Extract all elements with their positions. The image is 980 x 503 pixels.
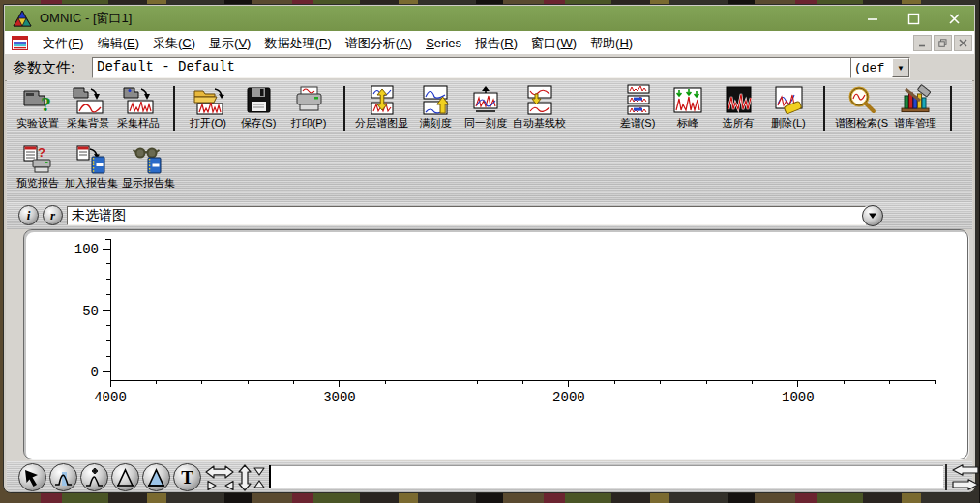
close-icon [948,13,961,25]
menu-6[interactable]: 谱图分析(A) [339,34,419,52]
common-scale-label: 同一刻度 [464,116,507,131]
child-minimize-button[interactable] [913,35,932,51]
folder-open-icon [192,84,224,115]
selection-tool-icon [21,466,44,488]
selection-tool-button[interactable] [18,463,46,491]
spectrum-info-button[interactable]: i [18,205,39,225]
stack-spectra-button[interactable]: 分层谱图显 [355,84,408,131]
combo-dropdown-button[interactable]: ▼ [892,58,909,77]
open-label: 打开(O) [190,116,226,131]
show-report-set-button[interactable]: 显示报告集 [122,144,175,191]
menu-5[interactable]: 数据处理(P) [257,34,338,52]
baseline-icon [523,84,556,115]
select-all-label: 选所有 [723,116,755,131]
menu-9[interactable]: 窗口(W) [524,34,583,52]
minimize-button[interactable] [852,7,893,30]
bench-question-icon: ? [21,84,54,115]
parameter-file-label: 参数文件: [13,59,74,77]
peak-area-tool-button[interactable] [142,463,170,491]
print-button[interactable]: 打印(P) [285,84,332,131]
spectral-search-button[interactable]: 谱图检索(S [835,84,888,131]
subtract-spectra-button[interactable]: 差谱(S) [614,84,661,131]
spectrum-dropdown-button[interactable] [862,205,883,226]
show-report-set-label: 显示报告集 [122,176,175,191]
axis-scroll-controls[interactable] [204,464,268,491]
report-preview-icon: ? [21,144,54,175]
region-tool-button[interactable] [49,463,77,491]
save-button[interactable]: 保存(S) [235,84,282,131]
annotation-text-input[interactable] [269,465,943,488]
auto-baseline-correct-button[interactable]: 自动基线校 [513,84,566,131]
label-peaks-label: 标峰 [677,116,698,131]
print-label: 打印(P) [291,116,327,131]
svg-text:T: T [181,467,193,488]
menu-7[interactable]: Series [419,34,468,52]
library-manager-button[interactable]: 谱库管理 [892,84,938,131]
select-all-button[interactable]: 选所有 [715,84,761,131]
svg-text:50: 50 [82,304,99,319]
stacked-icon [366,84,399,115]
spectrum-selector-bar: i r 未选谱图 [7,202,972,229]
svg-text:0: 0 [91,365,99,380]
svg-text:100: 100 [74,242,99,257]
commonscale-icon [469,84,502,115]
experiment-setup-button[interactable]: ?实验设置 [15,84,61,131]
toolbar-row-2: ?预览报告加入报告集显示报告集 [7,140,972,200]
omnic-window: OMNIC - [窗口1] 文件(F)编辑(E)采集(C)显示(V)数据处理(P… [3,4,976,493]
vertical-expand-icon [239,465,251,490]
menu-1[interactable]: 文件(F) [36,34,91,52]
menu-2[interactable]: 编辑(E) [91,34,146,52]
desktop: OMNIC - [窗口1] 文件(F)编辑(E)采集(C)显示(V)数据处理(P… [0,0,980,503]
spectral-cursor-tool-icon [83,466,105,488]
open-button[interactable]: 打开(O) [185,84,231,131]
arrow-right-icon [953,480,978,489]
text-annotation-tool-button[interactable]: T [173,463,201,491]
preview-report-label: 预览报告 [16,176,59,191]
menu-4[interactable]: 显示(V) [202,34,257,52]
parameter-set-value: (def [851,61,892,75]
preview-report-button[interactable]: ?预览报告 [15,144,61,191]
toolbar-row-1: ?实验设置采集背景采集样品打开(O)保存(S)打印(P)分层谱图显满刻度同一刻度… [7,80,972,140]
delete-label: 删除(L) [771,116,805,131]
child-restore-icon [938,39,947,47]
delete-button[interactable]: 删除(L) [765,84,812,131]
maximize-button[interactable] [893,7,934,30]
minimize-icon [867,13,879,25]
parameter-bar: 参数文件: Default - Default (def ▼ [5,54,974,81]
collect-sample-label: 采集样品 [117,116,160,131]
spectral-cursor-tool-button[interactable] [80,463,108,491]
palette-bar: T [7,461,972,492]
scroll-spectra-control[interactable] [951,464,980,490]
text-annotation-tool-icon: T [176,466,198,488]
parameter-set-combobox[interactable]: (def ▼ [850,57,910,78]
subtract-spectra-label: 差谱(S) [620,116,656,131]
divider [945,464,947,490]
full-scale-button[interactable]: 满刻度 [412,84,459,131]
collect-background-button[interactable]: 采集背景 [65,84,111,131]
menu-10[interactable]: 帮助(H) [583,34,639,52]
label-peaks-button[interactable]: 标峰 [665,84,711,131]
parameter-file-input[interactable]: Default - Default [92,57,854,78]
spectrum-redisplay-button[interactable]: r [43,205,63,225]
library-icon [899,84,932,115]
menu-8[interactable]: 报告(R) [468,34,524,52]
menu-3[interactable]: 采集(C) [146,34,202,52]
floppy-icon [242,84,275,115]
child-restore-button[interactable] [934,35,952,51]
common-scale-button[interactable]: 同一刻度 [462,84,509,131]
peak-height-tool-button[interactable] [111,463,139,491]
svg-text:2000: 2000 [552,390,585,405]
add-to-report-set-button[interactable]: 加入报告集 [65,144,118,191]
svg-text:3000: 3000 [323,390,356,405]
selected-spectrum-field[interactable]: 未选谱图 [67,206,866,225]
region-tool-icon [52,466,74,488]
selectall-icon [722,84,755,115]
bench-peaks-icon [122,84,155,115]
bench-curve-icon [72,84,104,115]
library-manager-label: 谱库管理 [894,116,936,131]
collect-sample-button[interactable]: 采集样品 [115,84,162,131]
titlebar: OMNIC - [窗口1] [5,6,974,31]
dropdown-arrow-icon [868,211,877,221]
close-button[interactable] [934,7,974,30]
child-close-button[interactable] [954,35,972,51]
